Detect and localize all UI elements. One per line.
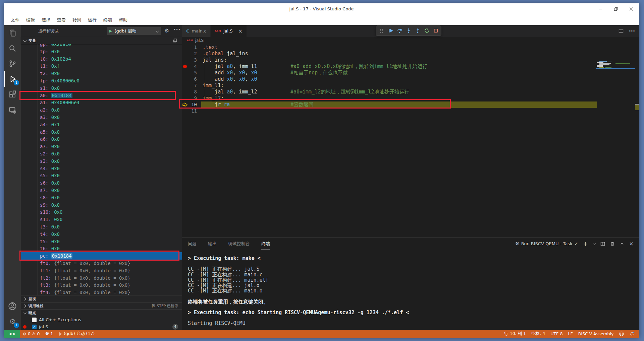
start-debug-icon[interactable]: ▶ xyxy=(109,29,112,33)
variable-row-t0[interactable]: t0: 0x102b4 xyxy=(21,55,182,63)
status-item-空格: 4[interactable]: 空格: 4 xyxy=(529,331,548,337)
variable-row-s10[interactable]: s10: 0x0 xyxy=(21,208,182,216)
variable-row-a4[interactable]: a4: 0x1 xyxy=(21,121,182,128)
code-line-8[interactable]: 8 jal a0, imm_l2 #a0=imm_l2的地址，跳转到imm_l2… xyxy=(182,89,639,95)
toolbar-drag-handle[interactable] xyxy=(377,27,385,35)
panel-tab-问题[interactable]: 问题 xyxy=(188,237,197,250)
variable-row-a0[interactable]: a0: 0x10184 xyxy=(21,92,182,99)
variable-row-pc[interactable]: pc: 0x10184 xyxy=(21,252,182,260)
variable-row-t6[interactable]: t6: 0x0 xyxy=(21,245,182,252)
menu-item-转到[interactable]: 转到 xyxy=(69,16,85,24)
panel-tab-调试控制台[interactable]: 调试控制台 xyxy=(228,237,250,250)
status-item-RISC-V Assembly[interactable]: RISC-V Assembly xyxy=(576,331,616,336)
menu-item-终端[interactable]: 终端 xyxy=(100,16,115,24)
variable-row-ft2[interactable]: ft2: {float = 0x0, double = 0x0} xyxy=(21,274,182,282)
debug-session-status[interactable]: (gdb) 启动 (17) xyxy=(56,330,97,338)
variable-row-tp[interactable]: tp: 0x0 xyxy=(21,48,182,55)
step-into-button[interactable] xyxy=(405,27,413,35)
variable-row-s1[interactable]: s1: 0x0 xyxy=(21,84,182,92)
call-stack-section-header[interactable]: 调用堆栈 因 STEP 已暂停 xyxy=(21,302,182,309)
breadcrumb[interactable]: ASM jal.S xyxy=(182,37,639,44)
variable-row-a7[interactable]: a7: 0x0 xyxy=(21,143,182,150)
launch-config-dropdown[interactable]: ▶ (gdb) 启动 xyxy=(107,27,161,35)
close-tab-icon[interactable]: × xyxy=(238,28,243,34)
breakpoint-checkbox[interactable]: ✓ xyxy=(32,325,37,329)
variable-row-s11[interactable]: s11: 0x0 xyxy=(21,216,182,223)
stop-button[interactable] xyxy=(432,27,440,35)
code-line-1[interactable]: 1.text xyxy=(182,44,639,51)
explorer-icon[interactable] xyxy=(4,25,21,41)
breakpoints-section-header[interactable]: 断点 xyxy=(21,309,182,316)
more-actions-icon[interactable]: ··· xyxy=(629,28,635,34)
panel-tab-终端[interactable]: 终端 xyxy=(261,237,270,250)
terminal-dropdown-icon[interactable] xyxy=(593,242,596,245)
breakpoint-row-All C++ Exceptions[interactable]: All C++ Exceptions xyxy=(21,316,182,323)
variable-row-ft3[interactable]: ft3: {float = 0x0, double = 0x0} xyxy=(21,281,182,289)
panes-icon[interactable] xyxy=(173,38,177,43)
code-line-5[interactable]: 5 add x0, x0, x0 #相当于nop，什么也不做 xyxy=(182,70,639,76)
extensions-icon[interactable] xyxy=(4,87,21,102)
variable-row-ft4[interactable]: ft4: {float = 0x0, double = 0x0} xyxy=(21,289,182,295)
variable-row-a3[interactable]: a3: 0x0 xyxy=(21,114,182,121)
search-icon[interactable] xyxy=(4,41,21,56)
panel-tab-输出[interactable]: 输出 xyxy=(208,237,217,250)
status-item-行 10, 列 1[interactable]: 行 10, 列 1 xyxy=(501,331,529,337)
variable-row-s8[interactable]: s8: 0x0 xyxy=(21,194,182,201)
variable-row-s7[interactable]: s7: 0x0 xyxy=(21,187,182,194)
code-editor[interactable]: 1.text2.global jal_ins3jal_ins:4 jal a0,… xyxy=(182,44,639,237)
variable-row-a6[interactable]: a6: 0x0 xyxy=(21,135,182,143)
variable-row-gp[interactable]: gp: 0x208c0 xyxy=(21,44,182,48)
variable-row-s5[interactable]: s5: 0x0 xyxy=(21,172,182,179)
code-line-10[interactable]: 10 jr ra #函数返回 xyxy=(182,101,639,108)
more-actions-icon[interactable]: ··· xyxy=(174,26,180,32)
problems-status[interactable]: ⊘ 0 ⚠ 0 xyxy=(20,330,42,338)
code-line-9[interactable]: 9imm_l2: xyxy=(182,95,639,101)
settings-gear-icon[interactable]: ⚙ 1 xyxy=(4,314,21,329)
terminal-output[interactable]: > Executing task: make < CC -[M] 正在构建...… xyxy=(188,256,409,326)
tab-jal.S[interactable]: ASMjal.S× xyxy=(211,25,247,37)
status-item-UTF-8[interactable]: UTF-8 xyxy=(548,331,565,336)
variable-row-s6[interactable]: s6: 0x0 xyxy=(21,179,182,187)
breakpoint-row-jal.S[interactable]: ✓jal.S4 xyxy=(21,323,182,330)
continue-button[interactable] xyxy=(386,27,394,35)
menu-item-帮助[interactable]: 帮助 xyxy=(115,16,131,24)
run-and-debug-icon[interactable]: 1 xyxy=(4,71,21,87)
step-out-button[interactable] xyxy=(414,27,422,35)
variable-row-t5[interactable]: t5: 0x0 xyxy=(21,238,182,245)
title-bar[interactable]: jal.S - 17 - Visual Studio Code xyxy=(4,3,639,15)
tab-main.c[interactable]: Cmain.c xyxy=(182,25,211,37)
watch-section-header[interactable]: 监视 xyxy=(21,295,182,302)
feedback-smiley-icon[interactable]: ☺ xyxy=(616,331,627,337)
debug-settings-gear-icon[interactable]: ⚙ xyxy=(164,27,169,34)
split-terminal-icon[interactable] xyxy=(600,242,605,246)
source-control-icon[interactable] xyxy=(4,56,21,71)
breadcrumb-item[interactable]: jal.S xyxy=(195,38,204,43)
menu-item-选择[interactable]: 选择 xyxy=(38,16,54,24)
restart-button[interactable] xyxy=(423,27,431,35)
variable-row-t1[interactable]: t1: 0xf xyxy=(21,62,182,70)
close-panel-icon[interactable]: × xyxy=(629,241,634,247)
split-editor-icon[interactable] xyxy=(619,28,624,33)
menu-item-运行[interactable]: 运行 xyxy=(85,16,100,24)
menu-item-查看[interactable]: 查看 xyxy=(54,16,69,24)
variable-row-a2[interactable]: a2: 0x0 xyxy=(21,106,182,114)
restore-button[interactable] xyxy=(608,3,624,15)
code-line-11[interactable]: 11 xyxy=(182,108,639,114)
variable-row-s9[interactable]: s9: 0x0 xyxy=(21,201,182,209)
variable-row-a1[interactable]: a1: 0x408006e4 xyxy=(21,99,182,106)
variables-section-header[interactable]: 变量 xyxy=(21,37,182,44)
variable-row-ft0[interactable]: ft0: {float = 0x0, double = 0x0} xyxy=(21,260,182,267)
notifications-bell-icon[interactable] xyxy=(627,332,637,336)
variable-row-ft1[interactable]: ft1: {float = 0x0, double = 0x0} xyxy=(21,267,182,274)
variable-row-fp[interactable]: fp: 0x408006e0 xyxy=(21,77,182,84)
variable-row-t4[interactable]: t4: 0x0 xyxy=(21,230,182,238)
menu-item-编辑[interactable]: 编辑 xyxy=(23,16,38,24)
variable-row-t2[interactable]: t2: 0x0 xyxy=(21,70,182,77)
running-tasks-status[interactable]: ⚒ 1 xyxy=(42,330,56,338)
remote-explorer-icon[interactable] xyxy=(4,102,21,118)
code-line-4[interactable]: 4 jal a0, imm_l1 #a0=add x0,x0,x0的地址，跳转到… xyxy=(182,63,639,70)
variable-row-a5[interactable]: a5: 0x0 xyxy=(21,128,182,136)
status-item-LF[interactable]: LF xyxy=(566,331,576,336)
breakpoint-checkbox[interactable] xyxy=(32,318,37,322)
step-over-button[interactable] xyxy=(395,27,404,35)
